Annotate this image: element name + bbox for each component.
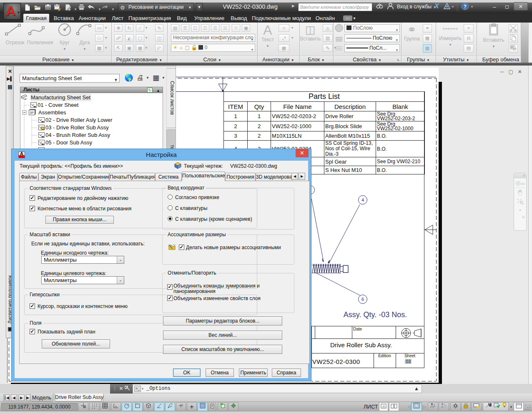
svg-text:?: ? [464, 4, 467, 10]
svg-text:Assy. Qty. -03 Nos.: Assy. Qty. -03 Nos. [344, 310, 407, 319]
svg-text:4: 4 [361, 197, 364, 202]
svg-text:6: 6 [361, 297, 364, 302]
